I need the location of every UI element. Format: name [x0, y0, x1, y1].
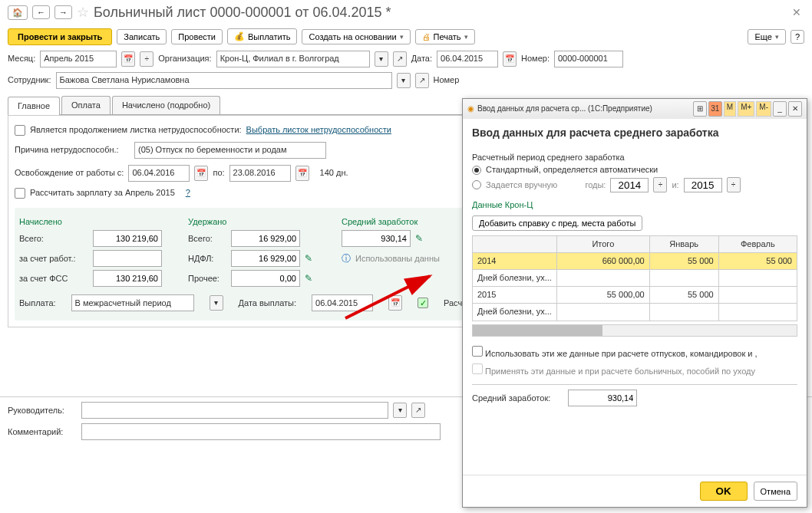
total-label: Всего:	[19, 234, 88, 244]
dropdown-icon[interactable]: ▾	[393, 403, 407, 418]
calc-salary-checkbox[interactable]	[15, 188, 25, 199]
help-link[interactable]: ?	[186, 188, 190, 198]
date-label: Дата:	[411, 54, 432, 64]
favorite-icon[interactable]: ☆	[77, 5, 89, 21]
h-scrollbar[interactable]	[472, 324, 797, 337]
number-input[interactable]: 0000-000001	[554, 51, 623, 67]
org-input[interactable]: Крон-Ц, Филиал в г. Волгоград	[216, 51, 370, 67]
dropdown-icon[interactable]: ▾	[210, 295, 223, 311]
page-title: Больничный лист 0000-000001 от 06.04.201…	[94, 5, 391, 21]
popup-title: Ввод данных для расчета среднего заработ…	[463, 119, 807, 146]
org-label: Организация:	[158, 54, 211, 64]
cal-icon[interactable]: 31	[708, 101, 722, 117]
m-minus-button[interactable]: M-	[756, 101, 771, 117]
radio-auto[interactable]	[472, 166, 481, 175]
date-input[interactable]: 06.04.2015	[437, 51, 498, 67]
calc-salary-label: Рассчитать зарплату за Апрель 2015	[30, 188, 175, 198]
average-header: Средний заработок	[342, 217, 418, 227]
to-label: по:	[213, 168, 224, 178]
pay-date-input[interactable]: 06.04.2015	[312, 294, 373, 311]
earnings-table: Итого Январь Февраль 2014660 000,0055 00…	[472, 235, 797, 321]
avg-label: Средний заработок:	[472, 393, 550, 403]
withheld-header: Удержано	[188, 217, 326, 227]
checkbox-checked[interactable]: ✓	[418, 298, 428, 308]
employee-label: Сотрудник:	[8, 75, 51, 85]
apply-checkbox	[472, 363, 483, 374]
tab-accrued[interactable]: Начислено (подробно)	[112, 96, 220, 114]
month-label: Месяц:	[8, 54, 35, 64]
help-button[interactable]: ?	[791, 30, 804, 44]
open-icon[interactable]: ↗	[415, 73, 429, 88]
average-input[interactable]	[342, 230, 411, 247]
year1-input[interactable]	[610, 178, 649, 192]
to-input[interactable]: 23.08.2016	[229, 165, 291, 182]
continuation-checkbox[interactable]	[15, 125, 25, 136]
calendar-icon[interactable]: 📅	[503, 51, 517, 67]
info-icon[interactable]: ⓘ	[342, 253, 351, 264]
accrued-total-input[interactable]	[93, 230, 162, 247]
open-icon[interactable]: ↗	[393, 51, 407, 67]
tab-main[interactable]: Главное	[8, 97, 60, 115]
employee-input[interactable]: Бажова Светлана Нурисламовна	[56, 72, 392, 89]
other-input[interactable]	[231, 270, 300, 287]
month-input[interactable]: Апрель 2015	[40, 51, 117, 67]
calendar-icon[interactable]: 📅	[295, 166, 309, 181]
calc-icon[interactable]: ⊞	[693, 101, 707, 117]
employer-input[interactable]	[93, 250, 162, 267]
popup-breadcrumb: Ввод данных для расчета ср... (1С:Предпр…	[477, 104, 652, 113]
forward-button[interactable]: →	[54, 5, 72, 19]
calendar-icon[interactable]: 📅	[194, 166, 208, 181]
employer-label: за счет работ.:	[19, 254, 88, 264]
back-button[interactable]: ←	[32, 5, 50, 19]
print-button[interactable]: 🖨Печать	[415, 29, 475, 44]
close-icon[interactable]: ✕	[789, 3, 804, 22]
cause-input[interactable]: (05) Отпуск по беременности и родам	[134, 142, 326, 159]
pay-date-label: Дата выплаты:	[239, 298, 296, 308]
fss-label: за счет ФСС	[19, 274, 88, 284]
m-plus-button[interactable]: M+	[738, 101, 754, 117]
radio-manual[interactable]	[472, 180, 481, 189]
post-close-button[interactable]: Провести и закрыть	[8, 28, 112, 45]
from-input[interactable]: 06.04.2016	[128, 165, 190, 182]
leader-input[interactable]	[81, 402, 388, 419]
avg-value-input[interactable]	[568, 390, 637, 406]
number2-label: Номер	[434, 75, 460, 85]
comment-input[interactable]	[81, 423, 441, 440]
use-same-checkbox[interactable]	[472, 346, 483, 357]
ok-button[interactable]: OK	[700, 482, 748, 501]
dropdown-icon[interactable]: ▾	[397, 73, 411, 88]
spinner-icon[interactable]: ÷	[140, 51, 153, 67]
release-label: Освобождение от работы с:	[15, 168, 124, 178]
year2-input[interactable]	[684, 178, 722, 192]
withheld-total-input[interactable]	[231, 230, 300, 247]
calendar-icon[interactable]: 📅	[388, 295, 402, 311]
close-icon[interactable]: ✕	[788, 101, 802, 117]
pay-button[interactable]: 💰Выплатить	[227, 28, 297, 44]
dropdown-icon[interactable]: ▾	[375, 51, 388, 67]
ndfl-input[interactable]	[231, 250, 300, 267]
minimize-icon[interactable]: _	[773, 101, 787, 117]
leader-label: Руководитель:	[8, 406, 77, 416]
open-icon[interactable]: ↗	[411, 403, 425, 418]
fss-input[interactable]	[93, 270, 162, 287]
comment-label: Комментарий:	[8, 427, 77, 437]
number-label: Номер:	[521, 54, 550, 64]
days-text: 140 дн.	[320, 168, 348, 178]
pencil-icon[interactable]: ✎	[415, 233, 423, 244]
post-button[interactable]: Провести	[171, 29, 223, 44]
home-button[interactable]: 🏠	[8, 5, 28, 20]
payment-label: Выплата:	[19, 298, 56, 308]
create-button[interactable]: Создать на основании	[302, 29, 410, 44]
write-button[interactable]: Записать	[117, 29, 167, 44]
select-sheet-link[interactable]: Выбрать листок нетрудоспособности	[246, 125, 391, 135]
pencil-icon[interactable]: ✎	[305, 253, 312, 264]
cancel-button[interactable]: Отмена	[754, 482, 797, 501]
average-earnings-popup: ◉ Ввод данных для расчета ср... (1С:Пред…	[462, 98, 807, 508]
add-ref-button[interactable]: Добавить справку с пред. места работы	[472, 215, 642, 231]
tab-payment[interactable]: Оплата	[61, 96, 111, 114]
pencil-icon[interactable]: ✎	[305, 273, 312, 284]
m-button[interactable]: M	[724, 101, 736, 117]
calendar-icon[interactable]: 📅	[121, 51, 135, 67]
payment-select[interactable]: В межрасчетный период	[71, 294, 194, 311]
more-button[interactable]: Еще	[748, 29, 785, 44]
